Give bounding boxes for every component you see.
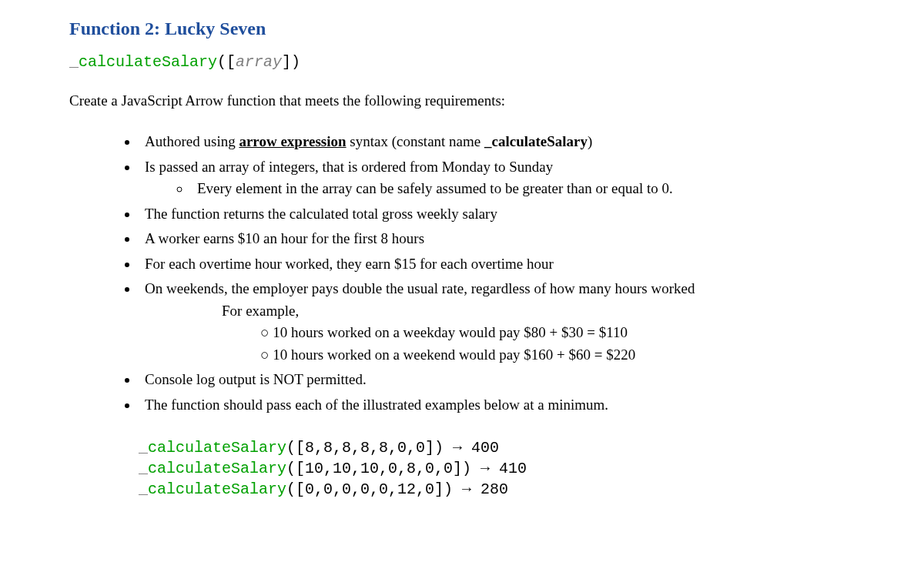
req-item-2: Is passed an array of integers, that is … bbox=[139, 156, 855, 200]
req2-sub-item: Every element in the array can be safely… bbox=[191, 178, 855, 200]
document-body: Function 2: Lucky Seven _calculateSalary… bbox=[0, 18, 924, 500]
req1-pre: Authored using bbox=[145, 133, 239, 149]
req6-example-2: 10 hours worked on a weekend would pay $… bbox=[260, 344, 855, 367]
ex2-arrow: → bbox=[471, 460, 499, 477]
req1-underline: arrow expression bbox=[239, 133, 346, 149]
req-item-3: The function returns the calculated tota… bbox=[139, 203, 855, 226]
ex3-fn: calculateSalary bbox=[148, 480, 286, 498]
req-item-1: Authored using arrow expression syntax (… bbox=[139, 131, 855, 153]
req2-sublist: Every element in the array can be safely… bbox=[191, 178, 855, 200]
req-item-4: A worker earns $10 an hour for the first… bbox=[139, 228, 855, 250]
section-title: Function 2: Lucky Seven bbox=[69, 18, 855, 39]
req-item-6: On weekends, the employer pays double th… bbox=[139, 278, 855, 366]
req-item-5: For each overtime hour worked, they earn… bbox=[139, 253, 855, 276]
ex1-arrow: → bbox=[444, 439, 471, 457]
ex2-underscore: _ bbox=[139, 460, 148, 477]
req2-text: Is passed an array of integers, that is … bbox=[145, 159, 553, 175]
sig-underscore: _ bbox=[69, 53, 79, 71]
ex2-fn: calculateSalary bbox=[148, 460, 286, 477]
req1-bold: _calculateSalary bbox=[484, 133, 588, 149]
sig-open: ([ bbox=[217, 53, 236, 71]
req6-text: On weekends, the employer pays double th… bbox=[145, 280, 695, 296]
ex1-args: ([8,8,8,8,8,0,0]) bbox=[286, 439, 444, 457]
req1-mid: syntax (constant name bbox=[346, 133, 484, 149]
examples-block: _calculateSalary([8,8,8,8,8,0,0]) → 400 … bbox=[139, 437, 855, 500]
req6-for-example: For example, bbox=[222, 300, 855, 323]
intro-text: Create a JavaScript Arrow function that … bbox=[69, 92, 855, 109]
sig-fn-name: calculateSalary bbox=[79, 53, 217, 71]
req1-post: ) bbox=[588, 133, 592, 149]
ex3-arrow: → bbox=[453, 480, 480, 498]
req-item-7: Console log output is NOT permitted. bbox=[139, 369, 855, 391]
ex2-result: 410 bbox=[499, 460, 527, 477]
ex3-underscore: _ bbox=[139, 480, 148, 498]
requirements-list: Authored using arrow expression syntax (… bbox=[139, 131, 855, 416]
sig-close: ]) bbox=[282, 53, 300, 71]
ex1-underscore: _ bbox=[139, 439, 148, 457]
function-signature: _calculateSalary([array]) bbox=[69, 53, 855, 71]
ex3-result: 280 bbox=[480, 480, 508, 498]
example-line-1: _calculateSalary([8,8,8,8,8,0,0]) → 400 bbox=[139, 437, 855, 458]
example-line-2: _calculateSalary([10,10,10,0,8,0,0]) → 4… bbox=[139, 458, 855, 479]
req6-example-1: 10 hours worked on a weekday would pay $… bbox=[260, 322, 855, 344]
ex3-args: ([0,0,0,0,0,12,0]) bbox=[286, 480, 453, 498]
example-line-3: _calculateSalary([0,0,0,0,0,12,0]) → 280 bbox=[139, 479, 855, 500]
ex2-args: ([10,10,10,0,8,0,0]) bbox=[286, 460, 471, 477]
sig-args: array bbox=[236, 53, 282, 71]
ex1-result: 400 bbox=[471, 439, 499, 457]
req-item-8: The function should pass each of the ill… bbox=[139, 394, 855, 417]
ex1-fn: calculateSalary bbox=[148, 439, 286, 457]
